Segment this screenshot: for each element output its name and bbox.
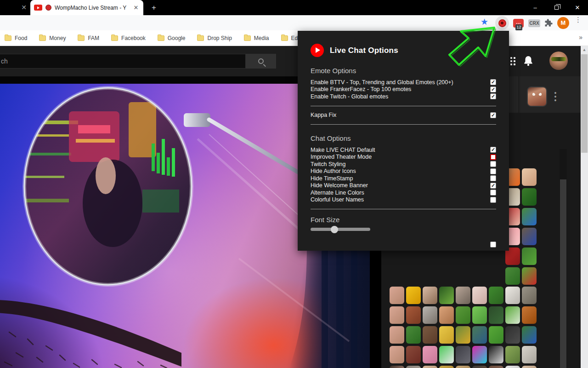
restore-button[interactable]	[546, 0, 567, 15]
bookmark-folder-media[interactable]: Media	[244, 35, 269, 41]
page-scrollbar-thumb[interactable]	[581, 54, 588, 153]
bookmark-folder-food[interactable]: Food	[5, 35, 27, 41]
chat-scrollbar[interactable]	[560, 149, 567, 368]
search-input[interactable]: ch	[0, 54, 246, 69]
main-emote-0-6[interactable]	[489, 287, 503, 304]
main-emote-2-1[interactable]	[406, 326, 421, 344]
page-scrollbar[interactable]: ▲	[581, 46, 588, 368]
chat-option-checkbox-1[interactable]: ✓	[490, 154, 496, 160]
close-button[interactable]: ✕	[567, 0, 588, 15]
main-emote-0-4[interactable]	[456, 287, 470, 304]
main-emote-4-2[interactable]	[423, 366, 437, 368]
main-emote-0-0[interactable]	[390, 287, 404, 304]
background-tab-close-icon[interactable]: ✕	[20, 4, 28, 11]
main-emote-3-0[interactable]	[390, 346, 404, 363]
side-emote-4-1[interactable]	[522, 247, 537, 265]
chat-menu-icon[interactable]: •••	[553, 91, 558, 102]
notifications-bell-icon[interactable]	[523, 55, 533, 66]
main-emote-2-4[interactable]	[456, 326, 470, 344]
bookmarks-overflow-icon[interactable]: »	[579, 34, 582, 41]
profile-avatar-m[interactable]: M	[557, 17, 569, 29]
bookmark-folder-facebook[interactable]: Facebook	[111, 35, 146, 41]
emote-option-checkbox-1[interactable]: ✓	[490, 86, 496, 92]
main-emote-4-1[interactable]	[406, 366, 421, 368]
main-emote-1-4[interactable]	[456, 306, 470, 324]
main-emote-3-2[interactable]	[423, 346, 437, 363]
scrollbar-up-icon[interactable]: ▲	[581, 47, 588, 52]
bookmark-folder-google[interactable]: Google	[158, 35, 186, 41]
chat-option-checkbox-0[interactable]: ✓	[490, 147, 496, 153]
chat-option-checkbox-2[interactable]: ✓	[490, 161, 496, 167]
chat-option-checkbox-3[interactable]: ✓	[490, 168, 496, 174]
main-emote-0-8[interactable]	[522, 287, 537, 304]
main-emote-0-2[interactable]	[423, 287, 437, 304]
side-emote-5-0[interactable]	[505, 267, 520, 285]
main-emote-4-7[interactable]	[505, 366, 520, 368]
extra-option-checkbox-0[interactable]: ✓	[490, 242, 496, 247]
main-emote-2-2[interactable]	[423, 326, 437, 344]
chat-option-checkbox-4[interactable]: ✓	[490, 175, 496, 181]
emote-option-checkbox-2[interactable]: ✓	[490, 93, 496, 99]
main-emote-3-3[interactable]	[439, 346, 454, 363]
main-emote-1-3[interactable]	[439, 306, 454, 324]
main-emote-3-7[interactable]	[505, 346, 520, 363]
main-emote-1-6[interactable]	[489, 306, 503, 324]
main-emote-4-5[interactable]	[472, 366, 487, 368]
chat-option-checkbox-6[interactable]: ✓	[490, 190, 496, 196]
bookmark-star-icon[interactable]: ★	[481, 17, 488, 27]
emote-option-checkbox-0[interactable]: ✓	[490, 79, 496, 85]
main-emote-2-8[interactable]	[522, 326, 537, 344]
main-emote-3-1[interactable]	[406, 346, 421, 363]
main-emote-4-8[interactable]	[522, 366, 537, 368]
chat-option-checkbox-7[interactable]: ✓	[490, 197, 496, 203]
main-emote-0-5[interactable]	[472, 287, 487, 304]
browser-menu-icon[interactable]: ⋮	[575, 18, 580, 21]
main-emote-3-6[interactable]	[489, 346, 503, 363]
side-emote-0-1[interactable]	[522, 168, 537, 186]
main-emote-1-1[interactable]	[406, 306, 421, 324]
main-emote-0-3[interactable]	[439, 287, 454, 304]
main-emote-2-3[interactable]	[439, 326, 454, 344]
side-emote-3-1[interactable]	[522, 228, 537, 245]
chat-option-checkbox-5[interactable]: ✓	[490, 183, 496, 189]
tab-active[interactable]: WompMacho Live Stream - Y ✕	[30, 0, 143, 15]
chat-emote-avatar[interactable]	[527, 86, 547, 107]
side-emote-1-1[interactable]	[522, 188, 537, 206]
kappa-fix-checkbox-0[interactable]: ✓	[490, 112, 496, 118]
main-emote-4-3[interactable]	[439, 366, 454, 368]
main-emote-3-4[interactable]	[456, 346, 470, 363]
live-chat-extension-icon[interactable]	[495, 16, 509, 30]
folder-icon	[111, 35, 118, 41]
main-emote-1-2[interactable]	[423, 306, 437, 324]
chat-scrollbar-thumb[interactable]	[560, 179, 566, 368]
font-size-slider[interactable]	[311, 228, 370, 231]
tab-close-icon[interactable]: ✕	[132, 4, 140, 12]
side-emote-5-1[interactable]	[522, 267, 537, 285]
main-emote-1-0[interactable]	[390, 306, 404, 324]
side-emote-2-1[interactable]	[522, 208, 537, 225]
main-emote-1-5[interactable]	[472, 306, 487, 324]
bookmark-folder-drop-ship[interactable]: Drop Ship	[197, 35, 232, 41]
main-emote-1-8[interactable]	[522, 306, 537, 324]
main-emote-0-7[interactable]	[505, 287, 520, 304]
font-size-slider-thumb[interactable]	[331, 226, 338, 233]
bookmark-folder-fam[interactable]: FAM	[78, 35, 99, 41]
main-emote-2-5[interactable]	[472, 326, 487, 344]
bookmark-folder-money[interactable]: Money	[39, 35, 66, 41]
minimize-button[interactable]: –	[525, 0, 546, 15]
extensions-puzzle-icon[interactable]	[544, 18, 553, 28]
main-emote-4-0[interactable]	[390, 366, 404, 368]
main-emote-4-4[interactable]	[456, 366, 470, 368]
main-emote-1-7[interactable]	[505, 306, 520, 324]
search-button[interactable]	[246, 54, 276, 69]
main-emote-4-6[interactable]	[489, 366, 503, 368]
main-emote-2-6[interactable]	[489, 326, 503, 344]
main-emote-3-8[interactable]	[522, 346, 537, 363]
main-emote-2-7[interactable]	[505, 326, 520, 344]
main-emote-3-5[interactable]	[472, 346, 487, 363]
main-emote-2-0[interactable]	[390, 326, 404, 344]
main-emote-0-1[interactable]	[406, 287, 421, 304]
new-tab-button[interactable]: +	[149, 3, 158, 12]
profile-avatar-photo[interactable]	[549, 52, 568, 70]
crx-extension-icon[interactable]: CRX	[528, 19, 540, 27]
